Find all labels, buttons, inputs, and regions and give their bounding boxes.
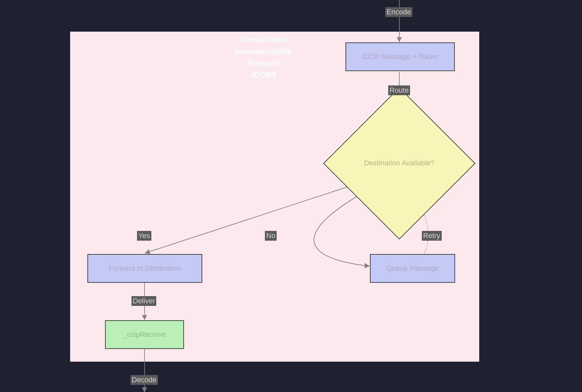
edge-label-deliver: Deliver: [131, 296, 156, 306]
ccip-title: Cross-Chain Interoperability Protocol (C…: [228, 34, 299, 81]
ccip-title-line3: (CCIP): [228, 69, 299, 81]
edge-label-decode: Decode: [130, 375, 158, 385]
node-queue-message: Queue Message: [370, 254, 455, 283]
node-forward-to-destination: Forward to Destination: [87, 254, 202, 283]
node-ccip-message-label: CCIP Message + Token: [362, 53, 438, 61]
ccip-title-line1: Cross-Chain: [228, 34, 299, 46]
edge-label-encode: Encode: [385, 7, 412, 17]
ccip-title-line2: Interoperability Protocol: [228, 46, 299, 69]
node-destination-available-label: Destination Available?: [357, 159, 442, 167]
node-queue-label: Queue Message: [386, 264, 439, 273]
edge-label-route: Route: [388, 85, 410, 95]
node-forward-label: Forward to Destination: [109, 264, 181, 273]
node-receive-label: _ccipReceive: [123, 330, 166, 339]
edge-label-yes: Yes: [137, 231, 151, 241]
edge-label-retry: Retry: [422, 231, 442, 241]
node-ccip-message: CCIP Message + Token: [345, 42, 455, 71]
node-ccip-receive: _ccipReceive: [105, 320, 184, 349]
edge-label-no: No: [265, 231, 277, 241]
